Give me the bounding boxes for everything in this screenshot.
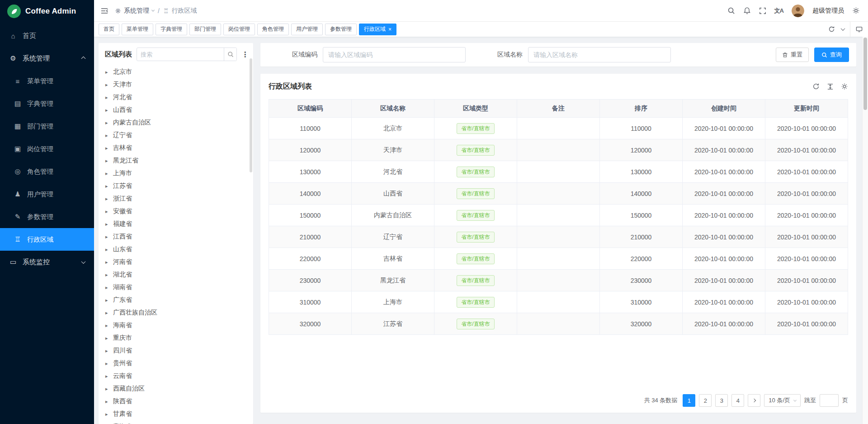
tab[interactable]: 角色管理 [257,24,289,35]
page-size-select[interactable]: 10 条/页 [764,394,801,407]
tree-node[interactable]: 天津市 [99,78,253,91]
avatar[interactable] [792,5,804,17]
tree-node[interactable]: 贵州省 [99,357,253,370]
fullscreen-icon[interactable] [759,7,766,14]
table-row[interactable]: 140000 山西省 省市/直辖市 140000 2020-10-01 00:0… [269,183,848,205]
refresh-table-icon[interactable] [812,83,820,90]
tree-node[interactable]: 江苏省 [99,180,253,192]
caret-right-icon[interactable] [105,361,110,367]
page-number-button[interactable]: 3 [715,394,728,407]
tree-node[interactable]: 湖北省 [99,268,253,281]
caret-right-icon[interactable] [105,310,110,316]
tree-node[interactable]: 广西壮族自治区 [99,306,253,319]
tree-node[interactable]: 北京市 [99,66,253,78]
table-row[interactable]: 310000 上海市 省市/直辖市 310000 2020-10-01 00:0… [269,291,848,313]
breadcrumb-system[interactable]: 系统管理 [115,7,154,15]
table-row[interactable]: 210000 辽宁省 省市/直辖市 210000 2020-10-01 00:0… [269,226,848,248]
caret-right-icon[interactable] [105,373,110,379]
table-row[interactable]: 130000 河北省 省市/直辖市 130000 2020-10-01 00:0… [269,161,848,183]
tree-node[interactable]: 海南省 [99,319,253,332]
caret-right-icon[interactable] [105,272,110,278]
chevron-down-icon[interactable] [841,26,845,31]
caret-right-icon[interactable] [105,234,110,240]
tree-node[interactable]: 河南省 [99,256,253,268]
caret-right-icon[interactable] [105,209,110,214]
tree-node[interactable]: 吉林省 [99,142,253,154]
sidebar-subitem[interactable]: ◎ 角色管理 [0,160,94,183]
caret-right-icon[interactable] [105,285,110,291]
page-scrollbar-thumb[interactable] [863,38,867,110]
tree-node[interactable]: 上海市 [99,167,253,180]
search-icon[interactable] [727,7,735,14]
page-number-button[interactable]: 2 [699,394,712,407]
tree-node[interactable]: 广东省 [99,294,253,306]
bell-icon[interactable] [743,7,751,14]
caret-right-icon[interactable] [105,221,110,227]
tree-search-button[interactable] [224,48,236,61]
table-row[interactable]: 320000 江苏省 省市/直辖市 320000 2020-10-01 00:0… [269,313,848,335]
tree-node[interactable]: 山东省 [99,243,253,256]
caret-right-icon[interactable] [105,259,110,265]
page-number-button[interactable]: 4 [731,394,744,407]
content-screen-icon[interactable] [850,22,868,37]
caret-right-icon[interactable] [105,183,110,189]
tree-node[interactable]: 青海省 [99,420,253,424]
tree-node[interactable]: 甘肃省 [99,408,253,420]
row-density-icon[interactable] [827,83,834,90]
column-header[interactable]: 排序 [600,100,683,118]
sidebar-subitem[interactable]: ▤ 字典管理 [0,92,94,115]
caret-right-icon[interactable] [105,158,110,164]
tree-node[interactable]: 福建省 [99,218,253,230]
settings-gear-icon[interactable] [852,7,860,14]
caret-right-icon[interactable] [105,348,110,354]
page-number-button[interactable]: 1 [683,394,695,407]
column-header[interactable]: 备注 [517,100,600,118]
tree-node[interactable]: 江西省 [99,230,253,243]
caret-right-icon[interactable] [105,411,110,417]
sidebar-subitem[interactable]: ≡ 菜单管理 [0,70,94,92]
table-row[interactable]: 150000 内蒙古自治区 省市/直辖市 150000 2020-10-01 0… [269,205,848,226]
tab[interactable]: 首页 [99,24,119,35]
tab[interactable]: 部门管理 [189,24,221,35]
column-header[interactable]: 创建时间 [683,100,765,118]
tree-node[interactable]: 安徽省 [99,205,253,218]
jump-to-page-input[interactable] [820,394,839,407]
query-button[interactable]: 查询 [814,48,849,62]
caret-right-icon[interactable] [105,297,110,303]
tree-node[interactable]: 重庆市 [99,332,253,344]
sidebar-item-system[interactable]: ⚙ 系统管理 [0,47,94,70]
sidebar-subitem[interactable]: ♟ 用户管理 [0,183,94,205]
refresh-tabs-icon[interactable] [828,26,835,33]
column-header[interactable]: 更新时间 [765,100,848,118]
tab[interactable]: 用户管理 [291,24,323,35]
tree-node[interactable]: 陕西省 [99,395,253,408]
next-page-button[interactable] [748,394,760,407]
caret-right-icon[interactable] [105,247,110,252]
caret-right-icon[interactable] [105,323,110,329]
collapse-sidebar-icon[interactable] [100,7,108,15]
caret-right-icon[interactable] [105,82,110,88]
column-header[interactable]: 区域类型 [434,100,517,118]
sidebar-item-monitor[interactable]: ▭ 系统监控 [0,251,94,273]
caret-right-icon[interactable] [105,399,110,405]
tree-search-input[interactable] [137,51,224,58]
tab[interactable]: 岗位管理 [223,24,255,35]
reset-button[interactable]: 重置 [776,48,809,62]
region-code-input[interactable] [323,47,466,62]
sidebar-item-home[interactable]: ⌂ 首页 [0,24,94,47]
tree-node[interactable]: 辽宁省 [99,129,253,142]
sidebar-subitem[interactable]: ✎ 参数管理 [0,205,94,228]
tree-node[interactable]: 黑龙江省 [99,154,253,167]
tab[interactable]: 字典管理 [156,24,187,35]
region-name-input[interactable] [528,47,671,62]
sidebar-subitem[interactable]: ♖ 行政区域 [0,228,94,251]
column-header[interactable]: 区域编码 [269,100,352,118]
caret-right-icon[interactable] [105,196,110,202]
tree-node[interactable]: 西藏自治区 [99,382,253,395]
sidebar-subitem[interactable]: ▣ 岗位管理 [0,138,94,160]
tree-node[interactable]: 四川省 [99,344,253,357]
tab-close-icon[interactable]: × [388,27,392,32]
tab[interactable]: 菜单管理 [122,24,153,35]
table-row[interactable]: 110000 北京市 省市/直辖市 110000 2020-10-01 00:0… [269,118,848,139]
caret-right-icon[interactable] [105,69,110,75]
